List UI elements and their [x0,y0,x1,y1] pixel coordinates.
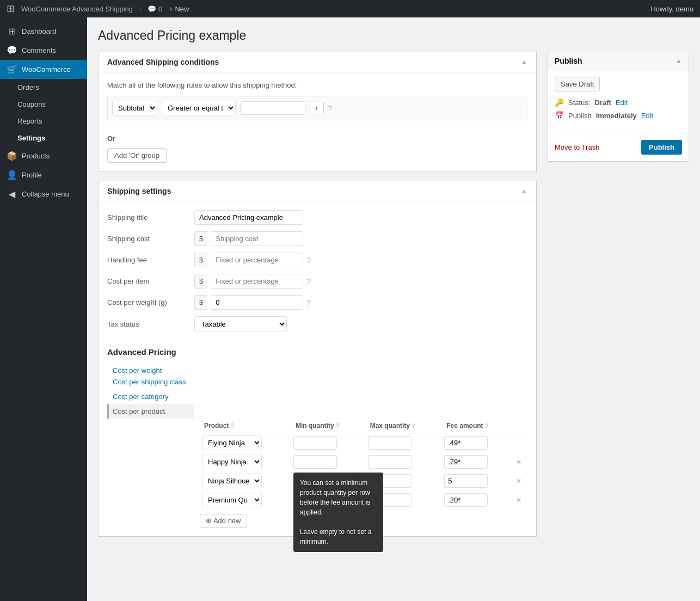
save-draft-button[interactable]: Save Draft [555,77,600,91]
remove-row-2[interactable]: × [516,476,521,486]
fee-amount-input-2[interactable] [444,474,488,488]
sidebar-label-comments: Comments [22,46,56,54]
condition-help-icon[interactable]: ? [328,104,333,113]
sidebar-label-dashboard: Dashboard [22,27,57,35]
cost-per-item-prefix: $ [194,274,207,289]
remove-row-3[interactable]: × [516,495,521,505]
advanced-pricing-section: Advanced Pricing Cost per weight Cost pe… [99,347,536,536]
min-qty-input-1[interactable] [293,455,337,469]
sidebar-label-profile: Profile [22,171,42,179]
table-row: Happy Ninja You can set a minimum produc… [200,452,527,471]
product-help-icon[interactable]: ? [231,422,234,429]
condition-value-input[interactable] [240,101,305,115]
col-product: Product ? [200,419,291,433]
add-or-group-button[interactable]: Add 'Or' group [107,148,167,163]
sidebar-item-settings[interactable]: Settings [0,130,87,146]
publish-box: Publish ▲ Save Draft 🔑 Status: Draft Edi… [548,52,689,162]
status-value: Draft [594,99,611,107]
wp-logo-icon: ⊞ [7,3,15,15]
comment-icon[interactable]: 💬 0 [148,5,162,13]
condition-field-select[interactable]: Subtotal Weight Quantity [112,101,157,115]
shipping-cost-input[interactable] [211,231,303,246]
shipping-title-row: Shipping title [107,210,527,225]
sidebar-item-coupons[interactable]: Coupons [0,96,87,113]
sidebar-item-products[interactable]: 📦 Products [0,146,87,165]
max-qty-help-icon[interactable]: ? [412,422,415,429]
handling-fee-label: Handling fee [107,256,194,264]
move-to-trash-button[interactable]: Move to Trash [555,143,599,151]
cost-per-weight-prefix: $ [194,295,207,310]
cost-per-item-input[interactable] [211,274,303,289]
product-select-0[interactable]: Flying Ninja [202,436,262,450]
shipping-settings-collapse-icon[interactable]: ▲ [521,187,527,195]
pricing-nav-cost-per-category[interactable]: Cost per category [107,389,194,404]
sidebar-item-profile[interactable]: 👤 Profile [0,165,87,185]
shipping-title-label: Shipping title [107,213,194,222]
min-qty-help-icon[interactable]: ? [336,422,339,429]
pricing-nav-cost-per-product[interactable]: Cost per product [107,404,194,419]
max-qty-input-0[interactable] [368,436,412,450]
col-max-qty: Max quantity ? [366,419,443,433]
sidebar-label-woocommerce: WooCommerce [22,65,71,73]
product-select-1[interactable]: Happy Ninja [202,455,262,469]
publish-date-line: 📅 Publish immediately Edit [555,111,682,120]
cost-per-weight-help-icon[interactable]: ? [306,298,311,307]
comments-icon: 💬 [7,45,17,56]
condition-add-button[interactable]: + [310,102,324,114]
collapse-icon: ◀ [7,189,17,199]
sidebar-item-orders[interactable]: Orders [0,79,87,96]
sidebar-item-comments[interactable]: 💬 Comments [0,41,87,60]
cost-per-weight-label: Cost per weight (g) [107,298,194,306]
min-qty-input-0[interactable] [293,436,337,450]
conditions-collapse-icon[interactable]: ▲ [521,58,527,66]
pricing-table: Product ? Min quantity ? Max quantity ? … [200,419,527,510]
howdy-text: Howdy, demo [650,5,693,13]
fee-amount-input-0[interactable] [444,436,488,450]
publish-sidebar: Publish ▲ Save Draft 🔑 Status: Draft Edi… [548,52,689,162]
sidebar-label-coupons: Coupons [17,100,46,108]
product-select-2[interactable]: Ninja Silhoue [202,474,262,488]
pricing-nav: Cost per weight Cost per shipping class … [107,363,194,419]
sidebar-item-woocommerce[interactable]: 🛒 WooCommerce [0,60,87,79]
fee-amount-help-icon[interactable]: ? [485,422,488,429]
publish-title: Publish [555,57,582,65]
shipping-title-input[interactable] [194,210,303,225]
cost-per-weight-input[interactable] [211,295,303,310]
admin-bar: ⊞ WooCommerce Advanced Shipping | 💬 0 + … [0,0,700,17]
publish-edit-link[interactable]: Edit [641,112,653,120]
max-qty-input-1[interactable] [368,455,412,469]
handling-fee-help-icon[interactable]: ? [306,256,311,265]
fee-amount-input-3[interactable] [444,493,488,507]
tax-status-select[interactable]: Taxable None [194,316,287,332]
sidebar-item-dashboard[interactable]: ⊞ Dashboard [0,22,87,41]
handling-fee-input[interactable] [211,253,303,267]
profile-icon: 👤 [7,170,17,180]
or-label: Or [99,129,536,148]
col-min-qty: Min quantity ? [291,419,366,433]
pricing-nav-cost-per-weight[interactable]: Cost per weight [107,363,194,378]
publish-label: Publish [568,112,592,120]
main-content: Advanced Pricing example Advanced Shippi… [87,17,700,601]
cost-per-item-help-icon[interactable]: ? [306,277,311,286]
main-panel: Advanced Shipping conditions ▲ Match all… [98,52,537,545]
cost-per-item-row: Cost per item $ ? [107,274,527,289]
publish-collapse-icon[interactable]: ▲ [676,57,682,65]
handling-fee-prefix: $ [194,253,207,267]
product-select-3[interactable]: Premium Qu [202,493,262,507]
sidebar-item-reports[interactable]: Reports [0,113,87,130]
pricing-table-wrapper: Product ? Min quantity ? Max quantity ? … [200,363,527,528]
shipping-settings-title: Shipping settings [107,187,171,195]
table-row: Flying Ninja [200,433,527,453]
fee-amount-input-1[interactable] [444,455,488,469]
status-edit-link[interactable]: Edit [616,99,628,107]
publish-button[interactable]: Publish [641,140,682,155]
add-row-button[interactable]: ⊕ Add new [200,514,247,528]
cost-per-weight-row: Cost per weight (g) $ ? [107,295,527,310]
calendar-icon: 📅 [555,111,564,120]
condition-operator-select[interactable]: Greater or equal t Less than Equal to [162,101,236,115]
status-line: 🔑 Status: Draft Edit [555,98,682,107]
new-item-button[interactable]: + New [169,5,189,13]
products-icon: 📦 [7,151,17,161]
remove-row-1[interactable]: × [516,457,521,467]
sidebar-item-collapse[interactable]: ◀ Collapse menu [0,185,87,204]
